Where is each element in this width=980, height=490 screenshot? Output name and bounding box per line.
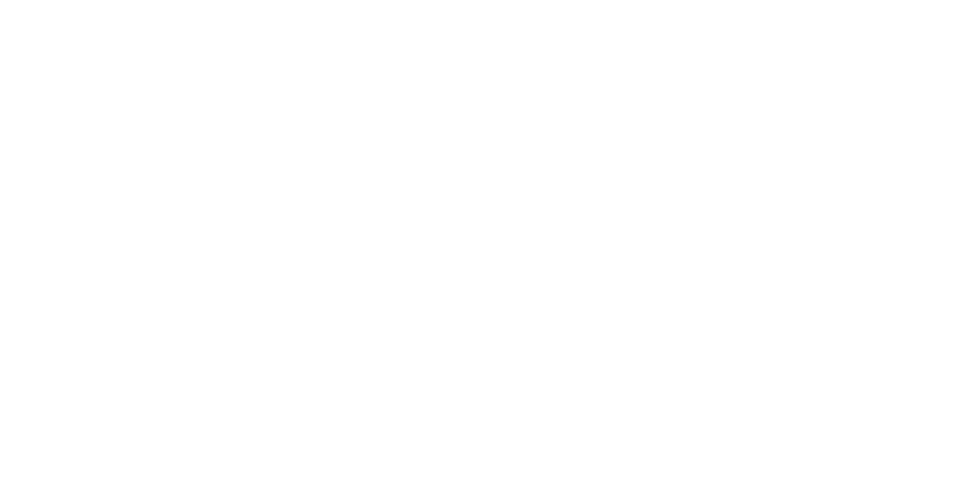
diagram: [0, 0, 980, 490]
arrows-svg: [0, 0, 980, 490]
